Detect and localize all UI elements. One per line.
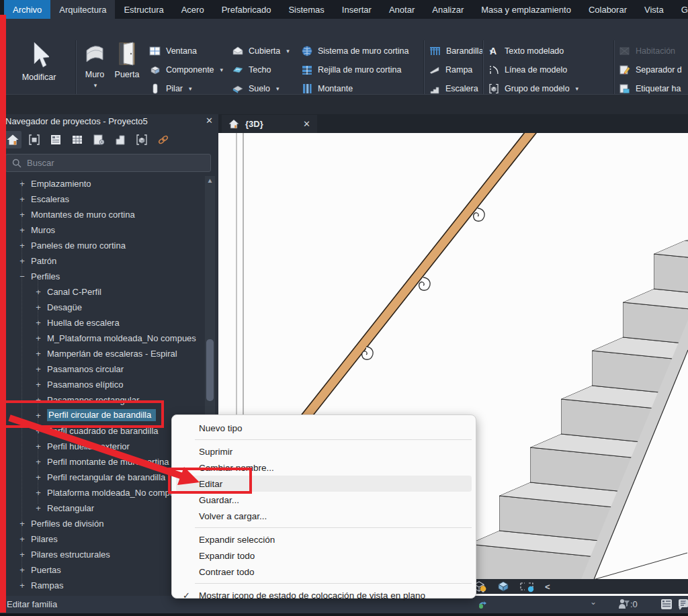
tree-item[interactable]: +Montantes de muro cortina: [0, 207, 218, 222]
expand-icon[interactable]: +: [34, 380, 43, 390]
check-icon: ✓: [183, 590, 190, 601]
roof-icon: [232, 45, 244, 57]
tree-item[interactable]: +Pasamanos circular: [0, 361, 218, 376]
section-box-icon[interactable]: [519, 580, 535, 592]
view-tab-3d[interactable]: {3D} ✕: [222, 115, 317, 133]
tree-item[interactable]: +Mamperlán de escaleras - Espiral: [0, 346, 218, 361]
selection-filter-icon[interactable]: :0: [617, 598, 638, 611]
menu-item-expandir-todo[interactable]: Expandir todo: [176, 547, 472, 564]
modificar-button[interactable]: Modificar: [12, 41, 66, 99]
collapse-chevron-icon[interactable]: <: [545, 582, 550, 592]
tab-analizar[interactable]: Analizar: [423, 0, 472, 19]
home-icon[interactable]: [4, 131, 22, 148]
menu-item-nuevo-tipo[interactable]: Nuevo tipo: [176, 420, 472, 436]
ribbon: Modificar Seleccionar ▾ Muro ▾ Puerta Ve…: [0, 19, 688, 94]
tab-archivo[interactable]: Archivo: [4, 0, 50, 19]
links-icon[interactable]: [155, 131, 172, 148]
tree-item[interactable]: +Pasamanos elíptico: [0, 377, 218, 392]
sheets-icon[interactable]: [90, 131, 108, 148]
expand-icon[interactable]: +: [17, 580, 27, 590]
rejilla-muro-cortina-button[interactable]: Rejilla de muro cortina: [301, 62, 401, 78]
tab-gestionar-partial[interactable]: Ge: [673, 0, 688, 19]
rampa-button[interactable]: Rampa: [429, 62, 472, 78]
texto-modelado-button[interactable]: A Texto modelado: [488, 43, 564, 59]
sistema-muro-cortina-button[interactable]: Sistema de muro cortina: [301, 43, 408, 59]
expand-icon[interactable]: +: [17, 534, 27, 544]
tree-item[interactable]: +Emplazamiento: [0, 176, 218, 191]
expand-icon[interactable]: +: [17, 565, 27, 575]
expand-icon[interactable]: +: [17, 179, 27, 189]
expand-icon[interactable]: +: [17, 225, 27, 235]
tab-acero[interactable]: Acero: [173, 0, 213, 19]
scrollbar-thumb[interactable]: [206, 339, 214, 401]
tree-item[interactable]: +Patrón: [0, 253, 218, 268]
expand-icon[interactable]: +: [17, 256, 27, 266]
expand-icon[interactable]: +: [17, 519, 27, 529]
tab-colaborar[interactable]: Colaborar: [580, 0, 636, 19]
expand-icon[interactable]: +: [34, 318, 43, 328]
expand-icon[interactable]: +: [17, 210, 27, 220]
scrollbar-up-icon[interactable]: ▲: [206, 177, 214, 184]
menu-item-suprimir[interactable]: Suprimir: [176, 443, 472, 459]
expand-icon[interactable]: +: [34, 457, 43, 467]
expand-icon[interactable]: +: [34, 364, 43, 374]
componente-button[interactable]: Componente▾: [149, 62, 223, 78]
groups-icon[interactable]: [133, 131, 150, 148]
tree-item[interactable]: +Escaleras: [0, 191, 218, 206]
expand-icon[interactable]: +: [34, 302, 43, 312]
separador-habitacion-button[interactable]: Separador d: [619, 62, 682, 78]
legends-icon[interactable]: [47, 131, 64, 148]
close-icon[interactable]: ✕: [206, 116, 213, 126]
chevron-down-icon[interactable]: ⌄: [590, 597, 597, 607]
techo-button[interactable]: Techo: [232, 62, 271, 78]
tree-item[interactable]: +Huella de escalera: [0, 315, 218, 330]
tree-item[interactable]: −Perfiles: [0, 269, 218, 283]
worksharing-icon[interactable]: [477, 599, 488, 609]
tab-estructura[interactable]: Estructura: [115, 0, 172, 19]
ramp-icon: [429, 64, 441, 76]
tab-vista[interactable]: Vista: [636, 0, 673, 19]
tree-item[interactable]: +Paneles de muro cortina: [0, 238, 218, 253]
expand-icon[interactable]: +: [34, 287, 43, 297]
menu-item-guardar[interactable]: Guardar...: [176, 492, 472, 508]
tab-sistemas[interactable]: Sistemas: [280, 0, 333, 19]
ventana-button[interactable]: Ventana: [149, 43, 197, 59]
tree-item[interactable]: +Muros: [0, 222, 218, 237]
expand-icon[interactable]: +: [34, 349, 43, 359]
tab-arquitectura[interactable]: Arquitectura: [50, 0, 115, 19]
component-icon: [149, 64, 161, 76]
tab-prefabricado[interactable]: Prefabricado: [213, 0, 280, 19]
tab-anotar[interactable]: Anotar: [380, 0, 423, 19]
muro-button[interactable]: Muro ▾: [79, 41, 110, 99]
expand-icon[interactable]: +: [34, 441, 43, 451]
close-icon[interactable]: ✕: [303, 119, 310, 129]
menu-item-volver-a-cargar[interactable]: Volver a cargar...: [176, 508, 472, 524]
cubierta-button[interactable]: Cubierta▾: [232, 43, 290, 59]
linea-de-modelo-button[interactable]: Línea de modelo: [488, 62, 567, 78]
menu-item-expandir-seleccion[interactable]: Expandir selección: [176, 531, 472, 547]
tree-item[interactable]: +Canal C-Perfil: [0, 284, 218, 299]
shaded-view-icon[interactable]: [497, 580, 510, 592]
collapse-icon[interactable]: −: [17, 271, 27, 281]
expand-icon[interactable]: +: [17, 549, 27, 560]
menu-item-contraer-todo[interactable]: Contraer todo: [176, 564, 472, 580]
habitacion-button[interactable]: Habitación: [619, 43, 675, 59]
puerta-button[interactable]: Puerta: [112, 41, 142, 99]
tree-item[interactable]: +M_Plataforma moldeada_No compues: [0, 331, 218, 345]
expand-icon[interactable]: +: [34, 472, 43, 482]
expand-icon[interactable]: +: [17, 194, 27, 204]
worksets-list-icon[interactable]: [660, 598, 673, 611]
tree-item[interactable]: +Desagüe: [0, 300, 218, 314]
expand-icon[interactable]: +: [34, 333, 43, 343]
families-icon[interactable]: [112, 131, 129, 148]
caret-down-icon: ▾: [220, 67, 224, 73]
views-icon[interactable]: [26, 131, 43, 148]
expand-icon[interactable]: +: [34, 488, 43, 498]
menu-item-mostrar-icono-estado[interactable]: ✓Mostrar icono de estado de colocación d…: [176, 587, 472, 603]
tab-masa-y-emplazamiento[interactable]: Masa y emplazamiento: [472, 0, 580, 19]
search-input[interactable]: Buscar: [5, 154, 211, 172]
tab-insertar[interactable]: Insertar: [333, 0, 380, 19]
expand-icon[interactable]: +: [34, 503, 43, 513]
schedules-icon[interactable]: [69, 131, 86, 148]
expand-icon[interactable]: +: [17, 240, 27, 251]
